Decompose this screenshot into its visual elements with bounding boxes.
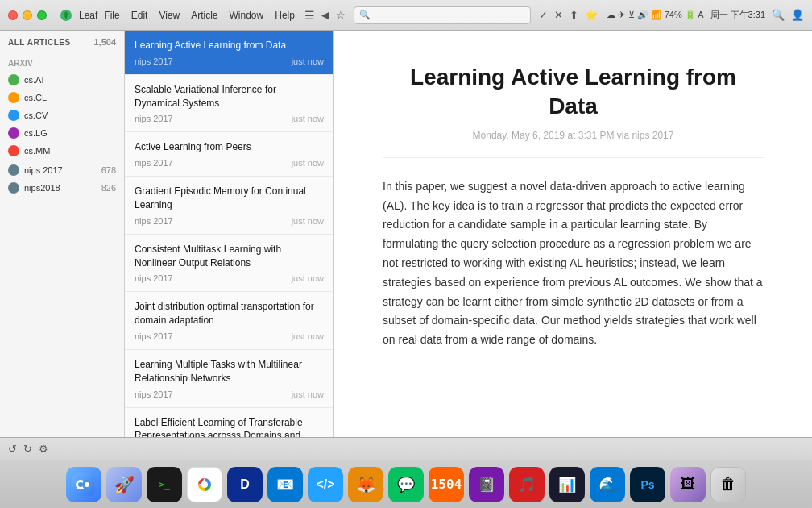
menu-view[interactable]: View [159, 10, 180, 21]
dock-music[interactable]: 🎵 [509, 467, 545, 502]
cscl-label: cs.CL [24, 93, 116, 102]
reader-pane: Learning Active Learning from Data Monda… [334, 31, 812, 437]
menu-window[interactable]: Window [230, 10, 264, 21]
system-status: ☁ ✈ ⊻ 🔊 📶 74% 🔋 A [607, 10, 703, 20]
menu-article[interactable]: Article [191, 10, 218, 21]
article-item-7[interactable]: Label Efficient Learning of Transferable… [125, 408, 334, 437]
zoom-button[interactable] [37, 10, 47, 20]
article-time-6: just now [292, 389, 324, 399]
cscl-icon [8, 92, 19, 103]
article-item-4[interactable]: Consistent Multitask Learning with Nonli… [125, 235, 334, 293]
clock: 周一 下午3:31 [710, 9, 765, 21]
dock-preview[interactable]: 🖼 [670, 467, 706, 502]
article-title-4: Consistent Multitask Learning with Nonli… [135, 243, 324, 270]
bottom-toolbar: ↺ ↻ ⚙ [0, 437, 812, 460]
nips2017-count: 678 [102, 165, 116, 175]
search-bar[interactable]: 🔍 [354, 6, 531, 24]
article-time-4: just now [292, 273, 324, 283]
finder-icon [72, 473, 95, 496]
upload-icon[interactable]: ⬆ [570, 9, 578, 21]
preview-icon: 🖼 [681, 476, 695, 493]
cslg-label: cs.LG [24, 128, 116, 138]
dock-notifier[interactable]: 1504 [429, 467, 464, 502]
sidebar-toggle-icon[interactable]: ☰ [304, 9, 315, 22]
article-time-2: just now [292, 158, 324, 168]
sidebar-item-nips2018[interactable]: nips2018 826 [0, 179, 124, 197]
reader-body: In this paper, we suggest a novel data-d… [383, 177, 764, 350]
svg-point-5 [85, 482, 89, 487]
dock-wechat[interactable]: 💬 [388, 467, 424, 502]
dock-monitor[interactable]: 📊 [549, 467, 585, 502]
bookmark-icon[interactable]: ☆ [336, 9, 346, 21]
article-source-0: nips 2017 [135, 56, 173, 66]
article-meta-row-3: nips 2017 just now [135, 216, 324, 226]
main-container: ALL ARTICLES 1,504 arxiv cs.AI cs.CL cs.… [0, 31, 812, 437]
menu-file[interactable]: File [104, 10, 119, 21]
refresh-forward-icon[interactable]: ↻ [23, 443, 32, 455]
minimize-button[interactable] [23, 10, 32, 20]
svg-point-4 [78, 482, 83, 487]
article-item-6[interactable]: Learning Multiple Tasks with Multilinear… [125, 350, 334, 408]
menu-help[interactable]: Help [275, 10, 295, 21]
article-time-3: just now [292, 216, 324, 226]
dock-launchpad[interactable]: 🚀 [106, 467, 142, 502]
dock-gitfox[interactable]: 🦊 [348, 467, 383, 502]
nips2017-label: nips 2017 [24, 165, 97, 175]
csai-label: cs.AI [24, 75, 116, 85]
article-time-1: just now [292, 114, 324, 123]
article-list: Learning Active Learning from Data nips … [125, 31, 334, 437]
sidebar-item-csai[interactable]: cs.AI [0, 71, 124, 89]
refresh-back-icon[interactable]: ↺ [8, 443, 17, 455]
traffic-lights [8, 10, 47, 20]
sidebar-header: ALL ARTICLES 1,504 [0, 31, 124, 52]
chrome-icon [194, 474, 215, 495]
dock-terminal[interactable]: >_ [147, 467, 182, 502]
outlook-icon: 📧 [276, 476, 294, 493]
cscv-icon [8, 110, 19, 121]
reader-date: Monday, May 6, 2019 at 3:31 PM via nips … [383, 130, 764, 158]
search-input[interactable] [374, 10, 503, 20]
sidebar-item-cscl[interactable]: cs.CL [0, 89, 124, 106]
article-item-1[interactable]: Scalable Variational Inference for Dynam… [125, 75, 334, 133]
ps-icon: Ps [640, 478, 654, 491]
user-icon[interactable]: 👤 [791, 9, 804, 21]
article-meta-row-4: nips 2017 just now [135, 273, 324, 283]
close-button[interactable] [8, 10, 18, 20]
article-meta-row-2: nips 2017 just now [135, 158, 324, 168]
dock-trash[interactable]: 🗑 [710, 467, 746, 502]
article-item-0[interactable]: Learning Active Learning from Data nips … [125, 31, 334, 75]
dock-onenote[interactable]: 📓 [469, 467, 504, 502]
title-bar-center: ☰ ◀ ☆ 🔍 ✓ ✕ ⬆ ⭐ [295, 6, 607, 24]
article-title-3: Gradient Episodic Memory for Continual L… [135, 185, 324, 212]
dock-vscode[interactable]: </> [308, 467, 343, 502]
dock-deepl[interactable]: D [227, 467, 263, 502]
menu-edit[interactable]: Edit [131, 10, 148, 21]
article-item-2[interactable]: Active Learning from Peers nips 2017 jus… [125, 132, 334, 177]
nips2017-icon [8, 164, 19, 176]
back-icon[interactable]: ◀ [321, 9, 329, 21]
close-icon[interactable]: ✕ [554, 9, 563, 21]
article-item-5[interactable]: Joint distribution optimal transportatio… [125, 292, 334, 350]
settings-icon[interactable]: ⚙ [39, 443, 48, 455]
dock-chrome[interactable] [187, 467, 222, 502]
sidebar-item-cslg[interactable]: cs.LG [0, 124, 124, 142]
article-title-2: Active Learning from Peers [135, 140, 324, 154]
dock-finder[interactable] [66, 467, 102, 502]
sidebar-item-nips2017[interactable]: nips 2017 678 [0, 160, 124, 179]
sidebar-item-csmm[interactable]: cs.MM [0, 142, 124, 160]
cscv-label: cs.CV [24, 110, 116, 120]
search-icon-right[interactable]: 🔍 [772, 9, 785, 21]
dock-photoshop[interactable]: Ps [630, 467, 665, 502]
all-articles-label[interactable]: ALL ARTICLES [8, 38, 71, 47]
checkmark-icon[interactable]: ✓ [539, 9, 548, 21]
article-item-3[interactable]: Gradient Episodic Memory for Continual L… [125, 177, 334, 235]
dock-outlook[interactable]: 📧 [267, 467, 303, 502]
all-articles-count: 1,504 [93, 37, 116, 47]
article-title-6: Learning Multiple Tasks with Multilinear… [135, 358, 324, 385]
dock-edge[interactable]: 🌊 [590, 467, 625, 502]
edge-icon: 🌊 [599, 476, 616, 493]
star-icon[interactable]: ⭐ [585, 9, 598, 21]
notifier-icon: 1504 [431, 477, 462, 492]
sidebar-item-cscv[interactable]: cs.CV [0, 106, 124, 124]
search-icon: 🔍 [359, 10, 371, 20]
